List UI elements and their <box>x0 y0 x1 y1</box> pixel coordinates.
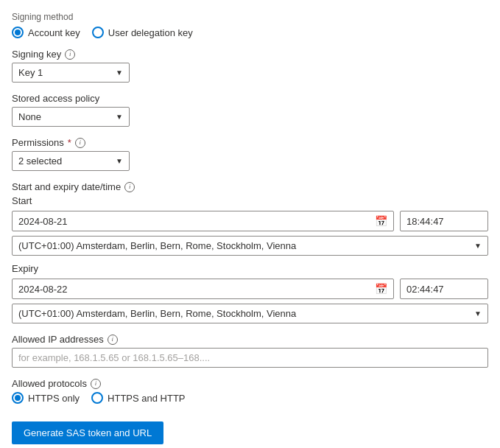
https-only-option[interactable]: HTTPS only <box>12 392 80 404</box>
https-http-radio[interactable] <box>91 392 103 404</box>
signing-key-info-icon[interactable]: i <box>65 49 75 60</box>
signing-key-group: Signing key i Key 1 ▼ <box>12 49 488 83</box>
signing-key-label: Signing key <box>12 49 61 60</box>
https-only-label: HTTPS only <box>28 393 80 404</box>
start-calendar-icon[interactable]: 📅 <box>375 215 387 227</box>
allowed-ip-label-row: Allowed IP addresses i <box>12 334 488 345</box>
user-delegation-key-label: User delegation key <box>108 27 193 38</box>
https-only-radio[interactable] <box>12 392 24 404</box>
stored-access-policy-label: Stored access policy <box>12 93 99 104</box>
allowed-protocols-label-row: Allowed protocols i <box>12 378 488 389</box>
allowed-protocols-label: Allowed protocols <box>12 378 87 389</box>
permissions-label: Permissions <box>12 137 64 148</box>
permissions-required: * <box>68 137 71 148</box>
start-datetime-row: 📅 <box>12 211 488 231</box>
expiry-timezone-dropdown[interactable]: (UTC+01:00) Amsterdam, Berlin, Bern, Rom… <box>12 304 488 323</box>
start-timezone-dropdown[interactable]: (UTC+01:00) Amsterdam, Berlin, Bern, Rom… <box>12 236 488 256</box>
permissions-group: Permissions * i 2 selected ▼ <box>12 137 488 171</box>
signing-key-label-row: Signing key i <box>12 49 488 60</box>
account-key-option[interactable]: Account key <box>12 27 80 38</box>
permissions-arrow-icon: ▼ <box>116 157 123 165</box>
expiry-timezone-arrow-icon: ▼ <box>474 309 482 318</box>
start-date-input[interactable] <box>18 216 372 227</box>
allowed-ip-label: Allowed IP addresses <box>12 334 104 345</box>
allowed-protocols-radio-group: HTTPS only HTTPS and HTTP <box>12 392 488 404</box>
stored-access-policy-value: None <box>18 111 41 122</box>
allowed-ip-input[interactable] <box>12 348 488 368</box>
start-expiry-label: Start and expiry date/time <box>12 181 121 192</box>
expiry-time-input[interactable] <box>406 284 482 295</box>
start-timezone-value: (UTC+01:00) Amsterdam, Berlin, Bern, Rom… <box>18 240 296 251</box>
expiry-calendar-icon[interactable]: 📅 <box>375 283 387 295</box>
start-timezone-arrow-icon: ▼ <box>474 242 482 250</box>
user-delegation-key-option[interactable]: User delegation key <box>92 27 193 38</box>
allowed-protocols-info-icon[interactable]: i <box>91 379 101 389</box>
signing-key-arrow-icon: ▼ <box>116 69 123 77</box>
signing-method-label: Signing method <box>12 12 488 22</box>
signing-method-group: Signing method Account key User delegati… <box>12 12 488 38</box>
stored-access-policy-arrow-icon: ▼ <box>116 113 123 121</box>
start-label: Start <box>12 195 488 206</box>
stored-access-policy-dropdown[interactable]: None ▼ <box>12 107 130 127</box>
https-http-label: HTTPS and HTTP <box>108 393 185 404</box>
start-time-input[interactable] <box>406 216 482 227</box>
stored-access-policy-label-row: Stored access policy <box>12 93 488 104</box>
allowed-ip-info-icon[interactable]: i <box>108 335 118 345</box>
start-expiry-group: Start and expiry date/time i Start 📅 (UT… <box>12 181 488 323</box>
expiry-datetime-row: 📅 <box>12 279 488 299</box>
user-delegation-key-radio[interactable] <box>92 27 104 38</box>
expiry-timezone-value: (UTC+01:00) Amsterdam, Berlin, Bern, Rom… <box>18 308 296 319</box>
expiry-time-input-wrap[interactable] <box>400 279 488 299</box>
signing-method-radio-group: Account key User delegation key <box>12 27 488 38</box>
expiry-date-input[interactable] <box>18 284 372 295</box>
permissions-dropdown[interactable]: 2 selected ▼ <box>12 151 130 171</box>
signing-key-value: Key 1 <box>18 67 43 78</box>
account-key-radio[interactable] <box>12 27 24 38</box>
permissions-info-icon[interactable]: i <box>75 138 85 148</box>
start-expiry-info-icon[interactable]: i <box>124 182 135 192</box>
generate-sas-button[interactable]: Generate SAS token and URL <box>12 421 163 444</box>
signing-key-dropdown[interactable]: Key 1 ▼ <box>12 63 130 83</box>
permissions-value: 2 selected <box>18 155 62 167</box>
start-time-input-wrap[interactable] <box>400 211 488 231</box>
https-http-option[interactable]: HTTPS and HTTP <box>91 392 185 404</box>
start-expiry-label-row: Start and expiry date/time i <box>12 181 488 192</box>
allowed-protocols-group: Allowed protocols i HTTPS only HTTPS and… <box>12 378 488 404</box>
expiry-date-input-wrap[interactable]: 📅 <box>12 279 394 299</box>
permissions-label-row: Permissions * i <box>12 137 488 148</box>
allowed-ip-group: Allowed IP addresses i <box>12 334 488 368</box>
account-key-label: Account key <box>28 27 80 38</box>
start-date-input-wrap[interactable]: 📅 <box>12 211 394 231</box>
stored-access-policy-group: Stored access policy None ▼ <box>12 93 488 127</box>
expiry-label: Expiry <box>12 263 488 274</box>
